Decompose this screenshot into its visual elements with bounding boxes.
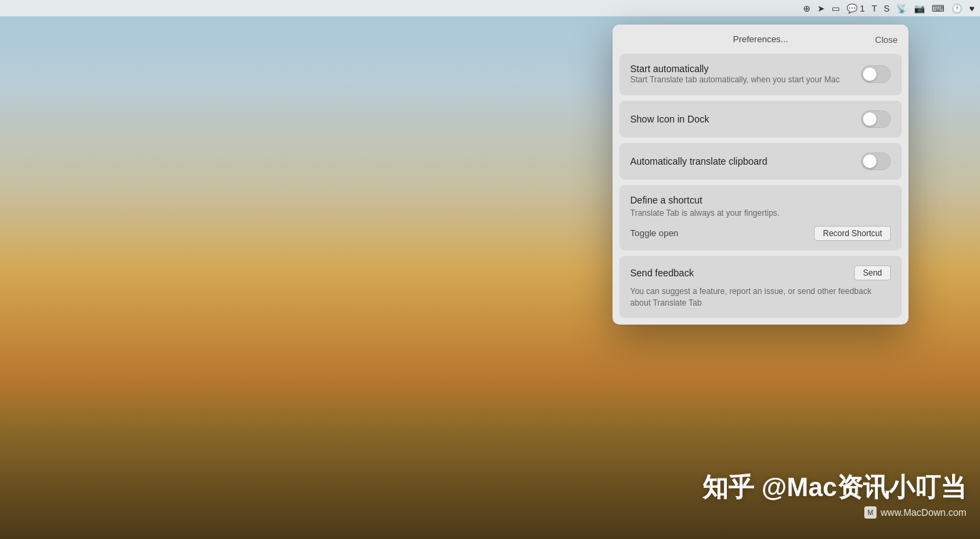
watermark-url: www.MacDown.com (881, 507, 966, 518)
start-automatically-desc: Start Translate tab automatically, when … (630, 74, 840, 86)
shortcut-toggle-label: Toggle open (630, 228, 679, 238)
show-icon-in-dock-label: Show Icon in Dock (630, 114, 709, 125)
toggle-knob-2 (863, 112, 877, 126)
menu-icon-chat[interactable]: 💬 1 (847, 3, 865, 14)
feedback-description: You can suggest a feature, report an iss… (630, 286, 891, 309)
menu-icon-camera[interactable]: 📷 (914, 3, 925, 14)
start-automatically-row: Start automatically Start Translate tab … (619, 54, 902, 95)
panel-header: Preferences... Close (612, 24, 909, 54)
shortcut-section: Define a shortcut Translate Tab is alway… (619, 185, 902, 250)
start-automatically-content: Start automatically Start Translate tab … (630, 63, 840, 86)
toggle-knob-3 (863, 154, 877, 168)
panel-body: Start automatically Start Translate tab … (612, 54, 909, 325)
record-shortcut-button[interactable]: Record Shortcut (814, 226, 891, 241)
menu-icon-window[interactable]: ▭ (832, 3, 840, 14)
feedback-section: Send feedback Send You can suggest a fea… (619, 256, 902, 318)
close-button[interactable]: Close (875, 34, 898, 44)
watermark-main-text: 知乎 @Mac资讯小叮当 (702, 470, 966, 505)
toggle-knob (863, 67, 877, 81)
feedback-title: Send feedback (630, 267, 693, 278)
watermark: 知乎 @Mac资讯小叮当 M www.MacDown.com (702, 470, 966, 519)
auto-translate-clipboard-label: Automatically translate clipboard (630, 156, 768, 167)
menu-icon-keyboard[interactable]: ⌨ (932, 3, 945, 14)
start-automatically-label: Start automatically (630, 63, 840, 74)
show-icon-in-dock-row: Show Icon in Dock (619, 101, 902, 137)
shortcut-title: Define a shortcut (630, 195, 891, 206)
watermark-sub-text: M www.MacDown.com (702, 506, 966, 519)
send-button[interactable]: Send (854, 265, 891, 280)
preferences-panel: Preferences... Close Start automatically… (612, 24, 909, 325)
panel-title: Preferences... (733, 34, 788, 44)
start-automatically-toggle[interactable] (861, 65, 891, 83)
show-icon-toggle[interactable] (861, 110, 891, 128)
shortcut-row: Toggle open Record Shortcut (630, 226, 891, 241)
feedback-header: Send feedback Send (630, 265, 891, 280)
menu-icon-translate[interactable]: ⊕ (803, 3, 811, 14)
menu-bar: ⊕ ➤ ▭ 💬 1 T S 📡 📷 ⌨ 🕐 ♥ (0, 0, 980, 16)
menu-icon-cast[interactable]: 📡 (896, 3, 907, 14)
menu-icon-time[interactable]: 🕐 (951, 3, 962, 14)
macdown-logo-icon: M (864, 506, 877, 519)
menu-icon-text[interactable]: T (872, 3, 877, 14)
menu-icon-heart[interactable]: ♥ (969, 3, 975, 14)
shortcut-description: Translate Tab is always at your fingerti… (630, 208, 891, 218)
menu-icon-scripting[interactable]: S (884, 3, 890, 14)
menu-bar-icons: ⊕ ➤ ▭ 💬 1 T S 📡 📷 ⌨ 🕐 ♥ (803, 3, 975, 14)
auto-translate-toggle[interactable] (861, 152, 891, 170)
menu-icon-location[interactable]: ➤ (817, 3, 825, 14)
auto-translate-clipboard-row: Automatically translate clipboard (619, 143, 902, 180)
